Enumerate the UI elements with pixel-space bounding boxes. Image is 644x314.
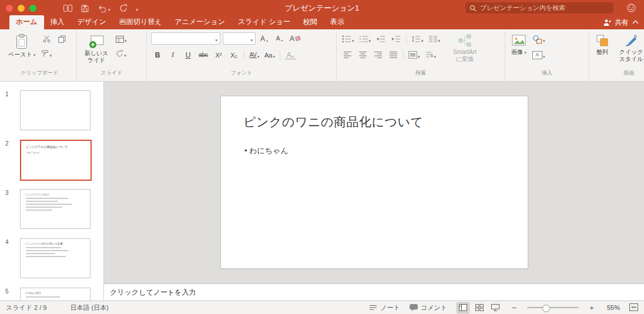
thumbnail-canvas[interactable]: ピンクのワニの紹介 — [20, 189, 90, 229]
slide-body-text[interactable]: わにちゃん — [244, 146, 289, 156]
arrange-button[interactable]: 整列 — [593, 32, 611, 57]
redo-button[interactable] — [119, 4, 128, 12]
bullets-button[interactable] — [341, 33, 355, 45]
thumbnail-canvas-selected[interactable]: ピンクのワニの商品化について わにちゃん — [20, 140, 92, 181]
new-slide-button[interactable]: 新しいスライド — [81, 32, 112, 65]
view-switcher-button[interactable] — [63, 5, 72, 12]
reset-slide-button[interactable] — [115, 48, 128, 59]
insert-group-label: 挿入 — [509, 69, 585, 77]
justify-button[interactable] — [387, 49, 400, 60]
thumbnail-slide-1[interactable]: 1 — [0, 90, 103, 129]
notes-pane[interactable]: クリックしてノートを入力 — [104, 283, 644, 301]
decrease-font-size-button[interactable]: A — [273, 33, 286, 44]
tab-review[interactable]: 校閲 — [297, 15, 324, 29]
convert-to-smartart-button[interactable]: SmartArt に変換 — [448, 32, 482, 63]
tab-transitions[interactable]: 画面切り替え — [113, 15, 169, 29]
search-input[interactable]: プレゼンテーション内を検索 — [465, 2, 613, 13]
font-color-button[interactable]: A — [284, 49, 297, 60]
slide-sorter-view-button[interactable] — [474, 303, 485, 313]
zoom-slider-knob[interactable] — [542, 305, 550, 312]
customize-toolbar-button[interactable] — [136, 4, 139, 13]
close-window-button[interactable] — [6, 5, 13, 12]
font-size-caret-icon — [250, 34, 253, 43]
tab-insert[interactable]: 挿入 — [44, 15, 71, 29]
thumb-text-line — [26, 253, 55, 254]
text-vertical-align-button[interactable] — [407, 49, 421, 60]
tab-view[interactable]: 表示 — [324, 15, 351, 29]
powerpoint-window: プレゼンテーション1 プレゼンテーション内を検索 ホーム 挿入 デザイン 画面切… — [0, 0, 644, 314]
insert-textbox-button[interactable]: A — [531, 49, 546, 60]
save-button[interactable] — [81, 5, 89, 12]
subscript-button[interactable]: X₂ — [227, 49, 240, 60]
quick-styles-button[interactable]: クイックスタイル — [616, 32, 644, 63]
feedback-smiley-button[interactable] — [627, 4, 636, 15]
strikethrough-button[interactable]: abc — [197, 49, 210, 60]
zoom-in-button[interactable] — [588, 304, 595, 312]
thumbnail-slide-4[interactable]: 4 ピンクのワニ商品が受ける影響 — [0, 238, 103, 277]
slideshow-view-button[interactable] — [489, 303, 501, 313]
align-center-button[interactable] — [356, 49, 369, 60]
tab-slideshow[interactable]: スライド ショー — [232, 15, 297, 29]
language-status[interactable]: 日本語 (日本) — [71, 303, 109, 312]
window-controls — [6, 5, 36, 12]
align-right-button[interactable] — [371, 49, 384, 60]
share-button[interactable]: 共有 — [602, 18, 629, 29]
collapse-ribbon-button[interactable] — [632, 16, 639, 26]
decrease-indent-button[interactable] — [374, 33, 387, 45]
thumbnail-slide-3[interactable]: 3 ピンクのワニの紹介 — [0, 189, 103, 228]
increase-font-size-button[interactable]: A — [258, 33, 271, 44]
insert-shape-button[interactable] — [531, 33, 546, 45]
tab-animations[interactable]: アニメーション — [168, 15, 232, 29]
tab-home[interactable]: ホーム — [9, 15, 44, 29]
slide-title-text[interactable]: ピンクのワニの商品化について — [243, 114, 510, 130]
clear-formatting-button[interactable]: A — [289, 33, 301, 44]
thumbnail-canvas[interactable]: ピンクのワニ商品が受ける影響 — [20, 238, 90, 278]
line-spacing-button[interactable] — [410, 33, 425, 45]
thumbnail-slide-2[interactable]: 2 ピンクのワニの商品化について わにちゃん — [0, 140, 103, 178]
superscript-button[interactable]: X² — [212, 49, 225, 60]
slide-canvas[interactable]: ピンクのワニの商品化について わにちゃん — [104, 82, 644, 283]
paste-button[interactable]: ペースト — [6, 32, 37, 59]
numbering-caret-icon — [369, 35, 371, 44]
fit-slide-to-window-button[interactable] — [629, 303, 638, 312]
thumbnail-canvas[interactable] — [20, 90, 90, 130]
bold-button[interactable]: B — [151, 49, 164, 60]
normal-view-button[interactable] — [457, 302, 469, 313]
undo-button[interactable] — [98, 4, 110, 13]
align-left-button[interactable] — [341, 49, 354, 60]
zoom-level[interactable]: 55% — [605, 304, 620, 311]
numbering-button[interactable] — [358, 33, 373, 45]
italic-button[interactable]: I — [166, 49, 179, 60]
font-name-select[interactable] — [151, 32, 220, 45]
zoom-slider[interactable] — [527, 303, 579, 312]
thumbnail-slide-5[interactable]: 5 子供向け商品 — [0, 288, 103, 301]
copy-button[interactable] — [55, 33, 68, 45]
zoom-out-button[interactable] — [511, 304, 518, 312]
font-size-select[interactable] — [223, 32, 256, 45]
zoom-slider-track — [527, 307, 579, 308]
change-case-button[interactable]: Aa — [263, 49, 276, 60]
search-icon — [469, 5, 477, 12]
notes-placeholder[interactable]: クリックしてノートを入力 — [110, 288, 196, 298]
picture-icon — [511, 33, 526, 48]
undo-dropdown-caret-icon[interactable] — [108, 4, 110, 13]
slide-layout-button[interactable] — [115, 33, 128, 45]
text-direction-button[interactable] — [424, 49, 438, 60]
tab-design[interactable]: デザイン — [71, 15, 113, 29]
paragraph-group-label: 段落 — [341, 69, 501, 77]
thumbnail-canvas[interactable]: 子供向け商品 — [20, 288, 90, 301]
format-painter-button[interactable] — [40, 48, 53, 59]
minimize-window-button[interactable] — [18, 5, 25, 12]
columns-button[interactable] — [427, 33, 442, 45]
character-spacing-button[interactable]: AV — [248, 49, 261, 60]
comments-toggle-button[interactable]: コメント — [410, 303, 447, 312]
search-placeholder: プレゼンテーション内を検索 — [480, 4, 565, 12]
notes-toggle-button[interactable]: ノート — [369, 303, 400, 312]
insert-picture-button[interactable]: 画像 — [509, 32, 528, 57]
underline-button[interactable]: U — [182, 49, 194, 60]
cut-button[interactable] — [40, 33, 53, 45]
slide-position-status: スライド 2 / 9 — [6, 303, 47, 312]
slide-editor[interactable]: ピンクのワニの商品化について わにちゃん — [221, 96, 528, 268]
increase-indent-button[interactable] — [390, 33, 402, 45]
zoom-window-button[interactable] — [29, 5, 36, 12]
